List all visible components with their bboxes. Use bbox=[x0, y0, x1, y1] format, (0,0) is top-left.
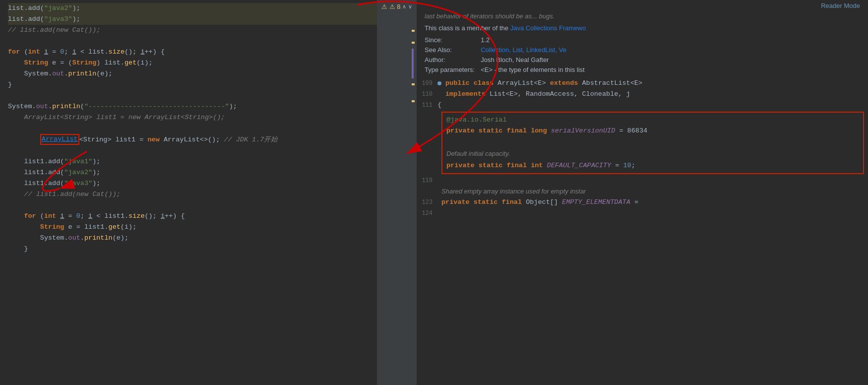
doc-area: last behavior of iterators should be as.… bbox=[417, 11, 868, 35]
source-line-109: 109 public class ArrayList<E> extends Ab… bbox=[417, 78, 868, 89]
reader-mode-label[interactable]: Reader Mode bbox=[821, 2, 860, 9]
scroll-markers bbox=[412, 30, 416, 102]
source-code-shared: Shared empty array instance used for emp… bbox=[441, 186, 586, 197]
doc-italic-text: last behavior of iterators should be as.… bbox=[425, 11, 860, 21]
bullet-dot bbox=[437, 81, 441, 85]
code-line-arraylist: ArrayList<String> list1 = new ArrayList<… bbox=[8, 123, 377, 156]
doc-member-text: This class is a member of the Java Colle… bbox=[425, 23, 860, 33]
source-box: @java.io.Serial private static final lon… bbox=[441, 112, 864, 174]
code-line: list.add("java2"); bbox=[8, 3, 377, 14]
source-line-112: @java.io.Serial bbox=[446, 115, 859, 126]
doc-table: Since: 1.2 See Also: Collection, List, L… bbox=[417, 35, 868, 75]
code-line bbox=[8, 90, 377, 101]
source-line-110: 110 implements List<E>, RandomAccess, Cl… bbox=[417, 89, 868, 100]
line-num-123: 123 bbox=[417, 197, 437, 208]
warning-count: ⚠ 8 bbox=[389, 3, 401, 10]
see-also-links[interactable]: Collection, List, LinkedList, Ve bbox=[481, 45, 585, 55]
middle-gutter: ⚠ ⚠ 8 ∧ ∨ bbox=[377, 0, 417, 385]
source-code-area: 109 public class ArrayList<E> extends Ab… bbox=[417, 78, 868, 219]
code-line: } bbox=[8, 79, 377, 90]
code-line: list.add("java3"); bbox=[8, 14, 377, 25]
source-code-124 bbox=[437, 208, 445, 219]
line-num-124: 124 bbox=[417, 208, 437, 219]
line-num-119: 119 bbox=[417, 175, 437, 186]
warning-icon: ⚠ bbox=[381, 3, 387, 10]
warning-indicator[interactable]: ⚠ ⚠ 8 ∧ ∨ bbox=[379, 0, 415, 13]
code-line bbox=[8, 200, 377, 211]
source-line-118: private static final int DEFAULT_CAPACIT… bbox=[446, 160, 859, 171]
code-line: String e = list1.get(i); bbox=[8, 222, 377, 233]
code-line: // list1.add(new Cat()); bbox=[8, 189, 377, 200]
source-code-110: implements List<E>, RandomAccess, Clonea… bbox=[437, 89, 630, 100]
source-line-123: 123 private static final Object[] EMPTY_… bbox=[417, 197, 868, 208]
author-label: Author: bbox=[425, 55, 481, 65]
line-num-110: 110 bbox=[417, 89, 437, 100]
line-numbers bbox=[394, 17, 399, 148]
see-also-label: See Also: bbox=[425, 45, 481, 55]
right-pane: Reader Mode last behavior of iterators s… bbox=[417, 0, 868, 385]
source-line-124: 124 bbox=[417, 208, 868, 219]
line-num-111: 111 bbox=[417, 100, 437, 111]
source-code-111: { bbox=[437, 100, 441, 111]
nav-down-arrow[interactable]: ∨ bbox=[408, 3, 412, 10]
code-line: System.out.println(e); bbox=[8, 233, 377, 244]
code-line-italic-comment: ArrayList<String> list1 = new ArrayList<… bbox=[8, 112, 377, 123]
code-line: String e = (String) list.get(i); bbox=[8, 58, 377, 68]
nav-up-arrow[interactable]: ∧ bbox=[402, 3, 406, 10]
code-line: list1.add("java2"); bbox=[8, 167, 377, 178]
code-line: System.out.println("--------------------… bbox=[8, 101, 377, 112]
since-label: Since: bbox=[425, 35, 481, 45]
source-line-111: 111 { bbox=[417, 100, 868, 111]
source-line-113: private static final long serialVersionU… bbox=[446, 126, 859, 136]
code-line: list1.add("java3"); bbox=[8, 178, 377, 189]
source-code-113: private static final long serialVersionU… bbox=[446, 126, 647, 136]
source-code-123: private static final Object[] EMPTY_ELEM… bbox=[437, 197, 638, 208]
source-code-119 bbox=[437, 175, 441, 186]
line-num-109: 109 bbox=[417, 78, 437, 89]
code-line: System.out.println(e); bbox=[8, 68, 377, 79]
code-line bbox=[8, 36, 377, 47]
source-line-shared: Shared empty array instance used for emp… bbox=[417, 186, 868, 197]
code-line: // list.add(new Cat()); bbox=[8, 25, 377, 36]
source-line-114 bbox=[446, 136, 859, 147]
source-line-119: 119 bbox=[417, 175, 868, 186]
author-value: Josh Bloch, Neal Gafter bbox=[481, 55, 585, 65]
reader-mode-bar[interactable]: Reader Mode bbox=[417, 0, 868, 11]
source-code-109: public class ArrayList<E> extends Abstra… bbox=[445, 78, 642, 89]
source-line-comment: Default initial capacity. bbox=[446, 147, 859, 160]
source-code-118: private static final int DEFAULT_CAPACIT… bbox=[446, 160, 635, 171]
type-params-label: Type parameters: bbox=[425, 65, 481, 75]
source-code-112: @java.io.Serial bbox=[446, 115, 507, 126]
java-collections-link[interactable]: Java Collections Framewo bbox=[510, 24, 586, 32]
code-line: for (int i = 0; i < list1.size(); i++) { bbox=[8, 211, 377, 222]
since-value: 1.2 bbox=[481, 35, 585, 45]
code-line: } bbox=[8, 244, 377, 255]
code-line: list1.add("java1"); bbox=[8, 156, 377, 167]
type-params-value: <E> - the type of elements in this list bbox=[481, 65, 585, 75]
code-editor-pane[interactable]: list.add("java2"); list.add("java3"); //… bbox=[0, 0, 377, 385]
code-line: for (int i = 0; i < list.size(); i++) { bbox=[8, 47, 377, 58]
